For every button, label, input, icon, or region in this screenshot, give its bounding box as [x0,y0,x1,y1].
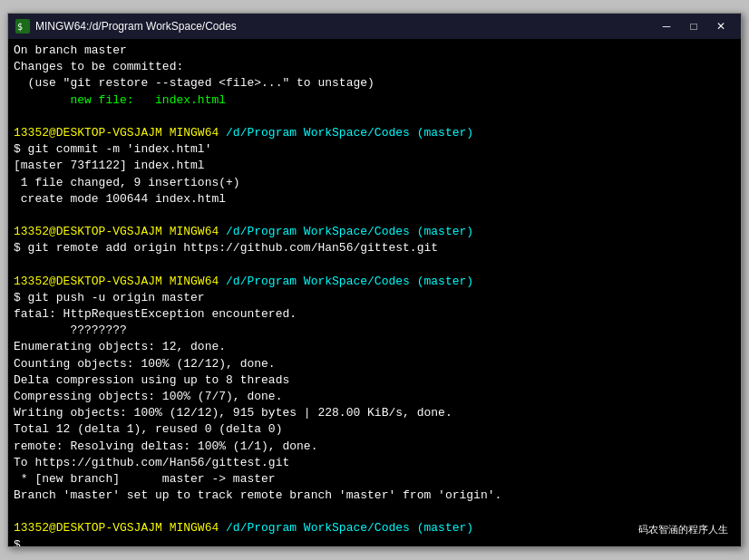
titlebar-left: $ MINGW64:/d/Program WorkSpace/Codes [15,19,237,34]
terminal-line: Writing objects: 100% (12/12), 915 bytes… [14,405,735,421]
close-button[interactable]: ✕ [708,17,734,35]
terminal-line: Total 12 (delta 1), reused 0 (delta 0) [14,421,735,438]
terminal-line: (use "git restore --staged <file>..." to… [14,75,735,92]
terminal-line: Delta compression using up to 8 threads [14,372,735,389]
maximize-button[interactable]: □ [681,17,706,35]
terminal-line: $ git push -u origin master [14,290,735,306]
terminal-line: remote: Resolving deltas: 100% (1/1), do… [14,439,735,455]
terminal-icon: $ [15,19,30,34]
terminal-line: 1 file changed, 9 insertions(+) [14,175,735,191]
terminal-line: Enumerating objects: 12, done. [14,339,735,355]
terminal-line: Counting objects: 100% (12/12), done. [14,356,735,372]
terminal-line [14,208,735,224]
terminal-line: Branch 'master' set up to track remote b… [14,488,735,504]
terminal-line: ???????? [14,323,735,339]
terminal-line: On branch master [14,43,735,59]
terminal-line: Compressing objects: 100% (7/7), done. [14,389,735,405]
terminal-window: $ MINGW64:/d/Program WorkSpace/Codes ─ □… [7,13,742,547]
terminal-line: 13352@DESKTOP-VGSJAJM MINGW64 /d/Program… [14,224,735,240]
terminal-line: Changes to be committed: [14,59,735,75]
terminal-line: $ git remote add origin https://github.c… [14,240,735,256]
terminal-line [14,109,735,125]
window-controls: ─ □ ✕ [654,17,734,35]
terminal-body[interactable]: On branch masterChanges to be committed:… [8,39,741,546]
terminal-line: 13352@DESKTOP-VGSJAJM MINGW64 /d/Program… [14,520,735,536]
terminal-line: 13352@DESKTOP-VGSJAJM MINGW64 /d/Program… [14,125,735,141]
terminal-line: 13352@DESKTOP-VGSJAJM MINGW64 /d/Program… [14,274,735,290]
terminal-line: $ [14,537,735,546]
watermark: 码农智涵的程序人生 [633,520,734,539]
svg-text:$: $ [17,22,23,32]
terminal-line: new file: index.html [14,92,735,109]
minimize-button[interactable]: ─ [654,17,679,35]
terminal-line: * [new branch] master -> master [14,471,735,488]
terminal-line [14,256,735,273]
terminal-line: $ git commit -m 'index.html' [14,141,735,158]
terminal-line: fatal: HttpRequestException encountered. [14,306,735,323]
window-title: MINGW64:/d/Program WorkSpace/Codes [35,20,237,33]
terminal-line [14,504,735,520]
terminal-line: [master 73f1122] index.html [14,158,735,174]
terminal-line: create mode 100644 index.html [14,191,735,208]
titlebar: $ MINGW64:/d/Program WorkSpace/Codes ─ □… [8,14,741,39]
terminal-line: To https://github.com/Han56/gittest.git [14,455,735,471]
